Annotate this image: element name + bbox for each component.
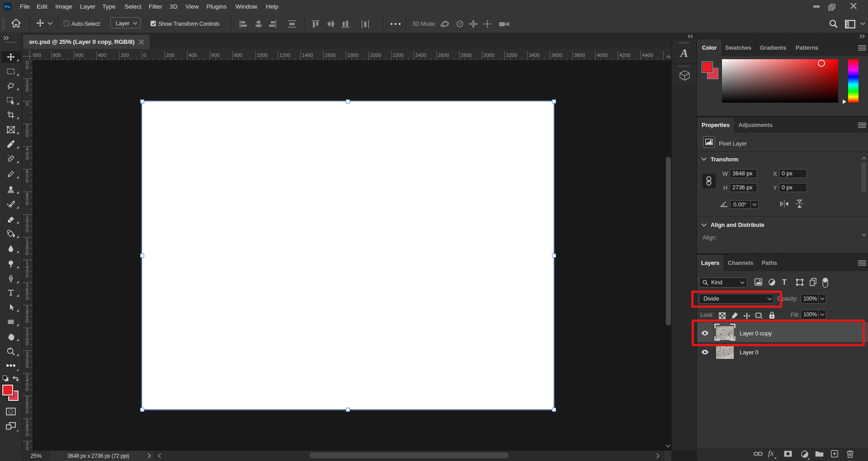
svg-text:600: 600 (211, 52, 219, 58)
svg-text:0: 0 (26, 87, 28, 93)
svg-text:600: 600 (75, 52, 84, 58)
svg-text:1600: 1600 (325, 52, 335, 58)
svg-text:0: 0 (26, 296, 28, 301)
svg-text:0: 0 (26, 250, 28, 256)
svg-text:1200: 1200 (279, 52, 290, 58)
svg-text:0: 0 (26, 363, 28, 369)
svg-text:0: 0 (26, 178, 28, 183)
svg-text:3600: 3600 (552, 52, 562, 58)
svg-text:1400: 1400 (302, 52, 313, 58)
svg-text:0: 0 (26, 201, 28, 206)
svg-text:4000: 4000 (597, 52, 608, 58)
svg-text:0: 0 (143, 52, 146, 58)
svg-text:000: 000 (33, 52, 41, 58)
svg-text:3800: 3800 (574, 52, 585, 58)
svg-text:3000: 3000 (483, 52, 494, 58)
svg-text:0: 0 (26, 273, 28, 278)
svg-text:800: 800 (52, 52, 61, 58)
svg-text:0: 0 (26, 155, 28, 161)
svg-text:0: 0 (26, 341, 28, 346)
svg-text:0: 0 (26, 228, 28, 233)
svg-text:2400: 2400 (415, 52, 426, 58)
svg-text:0: 0 (26, 132, 28, 138)
svg-text:0: 0 (26, 386, 28, 392)
svg-text:1800: 1800 (347, 52, 358, 58)
svg-text:4200: 4200 (619, 52, 630, 58)
svg-text:200: 200 (166, 52, 174, 58)
svg-text:2800: 2800 (461, 52, 472, 58)
svg-text:2000: 2000 (370, 52, 381, 58)
svg-text:0: 0 (26, 446, 28, 451)
svg-text:0: 0 (26, 318, 28, 324)
svg-text:0: 0 (26, 409, 28, 414)
svg-text:0: 0 (26, 65, 28, 70)
svg-text:3400: 3400 (528, 52, 539, 58)
svg-text:0: 0 (26, 101, 28, 107)
svg-text:1000: 1000 (257, 52, 268, 58)
svg-text:400: 400 (98, 52, 106, 58)
svg-text:400: 400 (189, 52, 197, 58)
svg-text:2200: 2200 (393, 52, 404, 58)
svg-text:200: 200 (121, 52, 129, 58)
svg-text:4400: 4400 (642, 52, 653, 58)
svg-text:800: 800 (234, 52, 242, 58)
svg-text:3200: 3200 (506, 52, 517, 58)
svg-text:2600: 2600 (438, 52, 449, 58)
svg-text:0: 0 (26, 432, 28, 437)
